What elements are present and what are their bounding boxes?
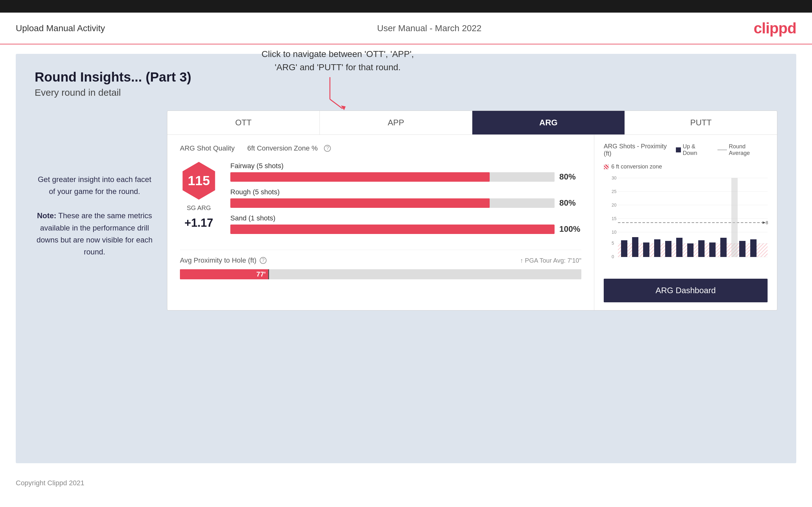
svg-rect-32 <box>731 178 738 257</box>
svg-text:8: 8 <box>766 220 768 225</box>
header: Upload Manual Activity User Manual - Mar… <box>0 13 812 44</box>
chart-header: ARG Shots - Proximity (ft) Up & Down Rou… <box>604 143 768 157</box>
svg-rect-34 <box>750 239 757 257</box>
card-left: ARG Shot Quality 6ft Conversion Zone % ?… <box>167 135 594 310</box>
conversion-label: 6ft Conversion Zone % <box>247 144 318 153</box>
chart-svg: 30 25 20 15 10 5 0 <box>604 175 774 263</box>
hexagon-container: 115 SG ARG +1.17 <box>180 162 218 240</box>
proximity-section: Avg Proximity to Hole (ft) ? ↑ PGA Tour … <box>180 250 581 279</box>
top-bar <box>0 0 812 13</box>
svg-text:5: 5 <box>612 240 614 246</box>
legend-up-down: Up & Down <box>676 143 711 157</box>
svg-rect-31 <box>720 238 727 257</box>
logo: clippd <box>754 19 796 37</box>
chart-title: ARG Shots - Proximity (ft) <box>604 143 676 157</box>
card-section-header: ARG Shot Quality 6ft Conversion Zone % ? <box>180 144 581 153</box>
help-icon[interactable]: ? <box>324 145 331 152</box>
copyright: Copyright Clippd 2021 <box>16 479 85 487</box>
tab-app[interactable]: APP <box>320 111 472 134</box>
svg-rect-25 <box>654 239 660 257</box>
proximity-bar-fill: 77' <box>180 269 268 279</box>
svg-text:25: 25 <box>612 189 617 194</box>
legend-hatch-icon <box>604 164 609 169</box>
legend-updown-icon <box>676 148 681 153</box>
card-body: ARG Shot Quality 6ft Conversion Zone % ?… <box>167 135 777 310</box>
manual-label: User Manual - March 2022 <box>377 23 481 34</box>
card-left-inner: 115 SG ARG +1.17 Fairway (5 shots) <box>180 162 581 240</box>
bar-rough-pct: 80% <box>559 198 581 208</box>
proximity-bar: 77' <box>180 269 581 279</box>
bar-rough-label: Rough (5 shots) <box>230 188 581 196</box>
tab-row: OTT APP ARG PUTT <box>167 111 777 135</box>
annotation-arrow <box>327 74 358 112</box>
svg-rect-29 <box>698 240 705 257</box>
proximity-label: Avg Proximity to Hole (ft) ? <box>180 256 266 265</box>
svg-rect-23 <box>632 237 639 257</box>
svg-text:20: 20 <box>612 203 617 208</box>
bar-sand-bg <box>230 225 555 234</box>
bar-sand-label: Sand (1 shots) <box>230 214 581 222</box>
pga-avg: ↑ PGA Tour Avg: 7'10" <box>520 257 581 264</box>
bar-rough-fill <box>230 199 490 208</box>
tab-ott[interactable]: OTT <box>167 111 320 134</box>
proximity-help-icon[interactable]: ? <box>260 257 266 264</box>
svg-rect-26 <box>665 241 671 257</box>
svg-text:10: 10 <box>612 230 617 235</box>
sg-value: +1.17 <box>184 216 213 230</box>
legend-round-avg: Round Average <box>717 143 768 157</box>
chart-area: 30 25 20 15 10 5 0 <box>604 175 768 269</box>
dashboard-btn[interactable]: ARG Dashboard <box>604 279 768 302</box>
tab-arg[interactable]: ARG <box>472 111 625 134</box>
card-area: Click to navigate between 'OTT', 'APP','… <box>167 111 777 311</box>
bar-fairway-bg <box>230 172 555 182</box>
svg-rect-27 <box>676 238 682 257</box>
svg-rect-33 <box>739 241 746 257</box>
legend-conversion-row: 6 ft conversion zone <box>604 163 768 170</box>
hexagon-score: 115 <box>180 162 218 200</box>
bar-fairway-label: Fairway (5 shots) <box>230 162 581 170</box>
bar-sand-track: 100% <box>230 224 581 234</box>
card: OTT APP ARG PUTT ARG Shot Quality 6ft Co… <box>167 111 777 311</box>
bar-sand-fill <box>230 225 555 234</box>
bar-rough-bg <box>230 199 555 208</box>
svg-rect-30 <box>709 242 716 257</box>
svg-rect-24 <box>643 242 649 257</box>
content-body: Get greater insight into each facet of y… <box>35 111 777 311</box>
bar-rough-track: 80% <box>230 198 581 208</box>
shot-quality-label: ARG Shot Quality <box>180 144 235 153</box>
left-panel: Get greater insight into each facet of y… <box>35 111 154 311</box>
main-content: Round Insights... (Part 3) Every round i… <box>16 54 796 463</box>
proximity-cursor <box>268 269 269 279</box>
nav-annotation: Click to navigate between 'OTT', 'APP','… <box>261 48 414 113</box>
svg-text:30: 30 <box>612 175 617 180</box>
bars-section: Fairway (5 shots) 80% Rou <box>230 162 581 240</box>
bar-fairway-fill <box>230 172 490 182</box>
bar-fairway-pct: 80% <box>559 172 581 182</box>
bar-rough: Rough (5 shots) 80% <box>230 188 581 208</box>
tab-putt[interactable]: PUTT <box>625 111 777 134</box>
bar-fairway-track: 80% <box>230 172 581 182</box>
card-right: ARG Shots - Proximity (ft) Up & Down Rou… <box>594 135 777 310</box>
note-label: Note: <box>37 211 56 220</box>
svg-marker-21 <box>763 221 766 224</box>
svg-line-1 <box>330 99 343 109</box>
proximity-header: Avg Proximity to Hole (ft) ? ↑ PGA Tour … <box>180 256 581 265</box>
svg-rect-22 <box>621 240 627 257</box>
annotation-text: Click to navigate between 'OTT', 'APP','… <box>261 48 414 74</box>
footer: Copyright Clippd 2021 <box>0 473 812 494</box>
svg-rect-28 <box>687 243 694 257</box>
bar-sand: Sand (1 shots) 100% <box>230 214 581 234</box>
legend: Up & Down Round Average <box>676 143 768 157</box>
bar-sand-pct: 100% <box>559 224 581 234</box>
sg-label: SG ARG <box>187 204 211 212</box>
bar-fairway: Fairway (5 shots) 80% <box>230 162 581 182</box>
upload-label: Upload Manual Activity <box>16 23 105 34</box>
legend-dash-icon <box>717 150 727 150</box>
svg-text:15: 15 <box>612 216 617 221</box>
insight-text: Get greater insight into each facet of y… <box>35 173 154 258</box>
svg-text:0: 0 <box>612 254 614 259</box>
